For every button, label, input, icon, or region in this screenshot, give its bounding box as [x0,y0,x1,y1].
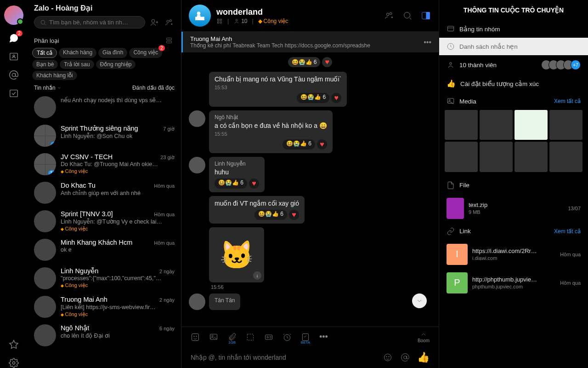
conversation-item[interactable]: Ngô Nhật6 ngàycho lên ít độ Đại ơi [28,321,181,350]
search-box[interactable] [34,16,145,29]
chat-nav-icon[interactable]: 2 [9,33,19,43]
conversation-item[interactable]: Truong Mai Anh2 ngày[Liên kết] https://j… [28,293,181,321]
settings-nav-icon[interactable] [9,358,19,368]
panel-toggle-icon[interactable] [420,10,431,21]
media-thumb[interactable] [514,142,548,172]
members-icon [233,18,240,24]
filter-chip[interactable]: Gia đình [98,48,127,58]
messages-dropdown[interactable]: Tin nhắn [34,85,62,91]
info-board[interactable]: Bảng tin nhóm [439,20,588,38]
contacts-nav-icon[interactable] [9,52,19,62]
filter-chip[interactable]: Công việc2 [129,48,162,58]
scroll-down-button[interactable] [412,293,427,308]
boom-button[interactable]: Boom [418,331,430,343]
image-icon[interactable] [209,333,218,342]
media-thumb[interactable] [445,110,478,140]
pinned-message[interactable]: Truong Mai Anh Thống kê chi phí Teabreak… [181,32,439,52]
svg-point-40 [450,63,452,65]
message-bubble[interactable]: Tân Tân [209,293,240,310]
task-icon[interactable]: BETA [301,333,310,342]
conversation-item[interactable]: Do Khac TuHôm quaAnh chỉnh giúp em với a… [28,178,181,207]
star-nav-icon[interactable] [9,339,19,350]
sticker-icon[interactable] [191,333,200,342]
search-icon [40,19,46,26]
svg-rect-29 [247,334,253,340]
media-thumb[interactable] [549,142,582,172]
media-thumb[interactable] [549,110,582,140]
sender-avatar[interactable] [189,110,205,127]
svg-point-12 [197,12,201,15]
screenshot-icon[interactable] [246,333,255,342]
message-bubble[interactable]: Ngô Nhậta có cần bọn e đưa về hà nhội ko… [209,110,333,153]
chat-search-icon[interactable] [402,10,413,21]
info-link-header[interactable]: LinkXem tất cả [439,223,588,240]
conversation-item[interactable]: 9Sprint Thưởng siêng năng7 giờLinh Nguyễ… [28,121,181,150]
mention-nav-icon[interactable] [9,70,19,80]
message-bubble[interactable]: Chuẩn bị mang nó ra Vũng Tàu ngâm muối`1… [209,72,347,107]
create-group-icon[interactable] [164,17,175,28]
filter-chip[interactable]: Bạn bè [32,60,58,69]
sticker[interactable]: 🐱↓ [209,227,264,282]
info-members[interactable]: 10 thành viên +7 [439,55,588,75]
svg-rect-23 [426,12,430,19]
link-item[interactable]: Ihttps://i.diawi.com/2Rr…i.diawi.comHôm … [439,240,588,269]
message-input[interactable] [191,354,376,361]
svg-point-37 [404,356,407,359]
mark-read[interactable]: Đánh dấu đã đọc [132,85,175,91]
reaction-summary[interactable]: 😆😭👍 6 [288,57,321,67]
media-thumb[interactable] [514,110,548,140]
reminder-icon[interactable] [283,333,292,342]
attach-icon[interactable]: 1GB [227,333,237,342]
filter-chip[interactable]: Trả lời sau [60,60,94,69]
search-input[interactable] [49,19,139,26]
conversation-item[interactable]: 13JV CSNV - TECH23 giờDo Khac Tu: @Truon… [28,150,181,178]
filter-chip[interactable]: Đồng nghiệp [96,60,136,69]
mention-icon[interactable] [400,352,411,363]
info-file-header[interactable]: File [439,177,588,194]
zip-icon [447,198,464,219]
chat-tag[interactable]: ◆ Công việc [258,18,288,24]
react-button[interactable]: ♥ [322,57,332,67]
app-title: Zalo - Hoàng Đại [34,4,175,12]
sender-avatar[interactable] [189,157,205,173]
emoji-icon[interactable] [382,352,393,363]
add-friend-icon[interactable] [149,17,160,28]
media-view-all[interactable]: Xem tất cả [554,98,581,104]
info-reminders[interactable]: Danh sách nhắc hẹn [439,38,588,55]
filter-chip[interactable]: Tất cả [32,48,57,58]
media-thumb[interactable] [480,110,513,140]
filter-settings-icon[interactable] [164,35,175,46]
more-tools-icon[interactable]: ••• [319,332,328,342]
filter-chip[interactable]: Khách hàng [59,48,96,58]
person-icon [447,61,455,69]
link-favicon: P [447,272,468,293]
svg-rect-14 [217,19,219,21]
link-view-all[interactable]: Xem tất cả [554,228,581,235]
user-avatar[interactable] [4,6,23,25]
message-row: Tân Tân [189,293,431,310]
card-icon[interactable] [264,333,273,342]
conversation-item[interactable]: Minh Khang Khách HcmHôm quaok e [28,236,181,264]
board-icon [447,25,455,33]
conversation-item[interactable]: Linh Nguyễn2 ngày"processes":{"max":100,… [28,264,181,293]
file-item[interactable]: text.zip9 MB 13/07 [439,194,588,223]
info-emoji[interactable]: 👍Cài đặt biểu tượng cảm xúc [439,75,588,92]
filter-chip[interactable]: Khách hàng lỗi [32,71,77,80]
message-bubble[interactable]: muốn đi VT ngắm cối xay gió😆😭👍 6♥ [209,196,305,224]
link-favicon: I [447,244,468,265]
todo-nav-icon[interactable] [9,88,19,98]
message-bubble[interactable]: Linh Nguyễnhuhu😆😭👍 6♥ [209,157,265,192]
conversation-item[interactable]: Sprint [TNNV 3.0]Hôm quaLinh Nguyễn: @Tư… [28,207,181,236]
sender-avatar[interactable] [189,293,205,310]
conversation-item[interactable]: nếu Anh chạy nodejs thì dùng vps sẽ… [28,93,181,121]
filter-label: Phân loại [34,37,59,44]
link-item[interactable]: Phttp://phpthumb.jupvie…phpthumb.jupviec… [439,269,588,297]
pinned-more-icon[interactable]: ••• [424,38,431,46]
like-button[interactable]: 👍 [417,351,430,363]
chat-avatar[interactable] [189,5,211,27]
download-icon[interactable]: ↓ [253,271,261,280]
add-members-icon[interactable] [384,10,395,21]
media-thumb[interactable] [445,142,478,172]
media-thumb[interactable] [480,142,513,172]
info-media-header[interactable]: MediaXem tất cả [439,92,588,110]
